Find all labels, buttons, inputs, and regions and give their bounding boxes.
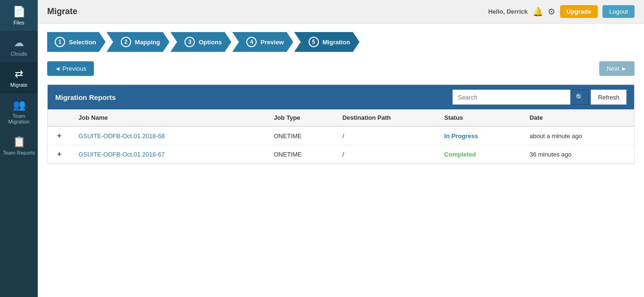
job-name-link[interactable]: GSUITE-ODFB-Oct.01.2018-67	[78, 151, 165, 158]
step-label-2: Mapping	[135, 39, 160, 46]
expand-cell: +	[48, 145, 71, 164]
greeting: Hello, Derrick	[488, 8, 528, 15]
sidebar-item-team-migration-label: Team Migration	[2, 113, 35, 124]
wizard-step-5[interactable]: 5 Migration	[294, 32, 360, 52]
table-row: + GSUITE-ODFB-Oct.01.2018-68 ONETIME / I…	[48, 126, 634, 145]
sidebar: 📄 Files ☁ Clouds ⇄ Migrate 👥 Team Migrat…	[0, 0, 38, 297]
job-type-cell: ONETIME	[266, 145, 335, 164]
clouds-icon: ☁	[14, 37, 24, 49]
wizard-steps: 1 Selection 2 Mapping 3 Options 4 Previe…	[47, 32, 635, 52]
step-num-4: 4	[246, 37, 257, 47]
destination-path-cell: /	[335, 126, 437, 145]
files-icon: 📄	[13, 6, 25, 18]
table-row: + GSUITE-ODFB-Oct.01.2018-67 ONETIME / C…	[48, 145, 634, 164]
job-type-cell: ONETIME	[266, 126, 335, 145]
sidebar-item-files[interactable]: 📄 Files	[0, 0, 38, 31]
sidebar-item-files-label: Files	[13, 20, 24, 25]
sidebar-item-team-reports[interactable]: 📋 Team Reports	[0, 130, 38, 161]
wizard-step-1[interactable]: 1 Selection	[47, 32, 106, 52]
date-cell: about a minute ago	[522, 126, 634, 145]
date-cell: 36 minutes ago	[522, 145, 634, 164]
step-num-2: 2	[121, 37, 131, 47]
col-header-jobtype: Job Type	[266, 109, 335, 126]
previous-button[interactable]: ◄ Previous	[47, 61, 94, 76]
col-header-status: Status	[437, 109, 522, 126]
topbar: Migrate Hello, Derrick 🔔 ⚙ Upgrade Logou…	[38, 0, 644, 24]
destination-path-cell: /	[335, 145, 437, 164]
search-input[interactable]	[452, 90, 570, 105]
migrate-icon: ⇄	[15, 68, 23, 80]
notification-bell-icon[interactable]: 🔔	[533, 7, 543, 17]
step-label-1: Selection	[69, 39, 96, 46]
main-area: Migrate Hello, Derrick 🔔 ⚙ Upgrade Logou…	[38, 0, 644, 297]
job-name-link[interactable]: GSUITE-ODFB-Oct.01.2018-68	[78, 132, 165, 140]
team-reports-icon: 📋	[13, 136, 25, 148]
step-label-3: Options	[199, 39, 222, 46]
step-label-4: Preview	[260, 39, 284, 46]
content-area: 1 Selection 2 Mapping 3 Options 4 Previe…	[38, 24, 644, 297]
sidebar-item-clouds[interactable]: ☁ Clouds	[0, 31, 38, 62]
col-header-destpath: Destination Path	[335, 109, 437, 126]
refresh-button[interactable]: Refresh	[591, 90, 627, 105]
expand-cell: +	[48, 126, 71, 145]
step-label-5: Migration	[323, 39, 351, 46]
page-title: Migrate	[47, 7, 77, 16]
col-header-jobname: Job Name	[71, 109, 266, 126]
status-cell: In Progress	[437, 126, 522, 145]
wizard-step-3[interactable]: 3 Options	[170, 32, 231, 52]
col-header-expand	[48, 109, 71, 126]
migration-reports-table: Job Name Job Type Destination Path Statu…	[48, 109, 634, 164]
step-num-5: 5	[309, 37, 319, 47]
reports-search-area: 🔍 Refresh	[452, 90, 627, 105]
reports-header: Migration Reports 🔍 Refresh	[48, 85, 634, 109]
topbar-right: Hello, Derrick 🔔 ⚙ Upgrade Logout	[488, 5, 635, 18]
wizard-step-2[interactable]: 2 Mapping	[107, 32, 169, 52]
next-button[interactable]: Next ►	[599, 61, 635, 76]
step-num-3: 3	[184, 37, 195, 47]
reports-title: Migration Reports	[55, 93, 116, 101]
table-header-row: Job Name Job Type Destination Path Statu…	[48, 109, 634, 126]
search-button[interactable]: 🔍	[570, 90, 589, 105]
step-num-1: 1	[55, 37, 65, 47]
upgrade-button[interactable]: Upgrade	[560, 5, 598, 18]
status-cell: Completed	[437, 145, 522, 164]
expand-button[interactable]: +	[55, 132, 63, 140]
reports-panel: Migration Reports 🔍 Refresh Job Name Job…	[47, 84, 635, 164]
settings-gear-icon[interactable]: ⚙	[548, 7, 555, 17]
job-name-cell: GSUITE-ODFB-Oct.01.2018-68	[71, 126, 266, 145]
col-header-date: Date	[522, 109, 634, 126]
job-name-cell: GSUITE-ODFB-Oct.01.2018-67	[71, 145, 266, 164]
status-badge: Completed	[444, 151, 476, 158]
team-migration-icon: 👥	[13, 99, 25, 111]
sidebar-item-migrate-label: Migrate	[10, 82, 28, 88]
sidebar-item-clouds-label: Clouds	[11, 51, 27, 57]
expand-button[interactable]: +	[55, 150, 63, 158]
sidebar-item-team-migration[interactable]: 👥 Team Migration	[0, 93, 38, 130]
status-badge: In Progress	[444, 132, 478, 140]
wizard-step-4[interactable]: 4 Preview	[232, 32, 293, 52]
logout-button[interactable]: Logout	[602, 5, 635, 18]
sidebar-item-migrate[interactable]: ⇄ Migrate	[0, 62, 38, 93]
nav-buttons: ◄ Previous Next ►	[47, 61, 635, 76]
sidebar-item-team-reports-label: Team Reports	[3, 150, 35, 156]
